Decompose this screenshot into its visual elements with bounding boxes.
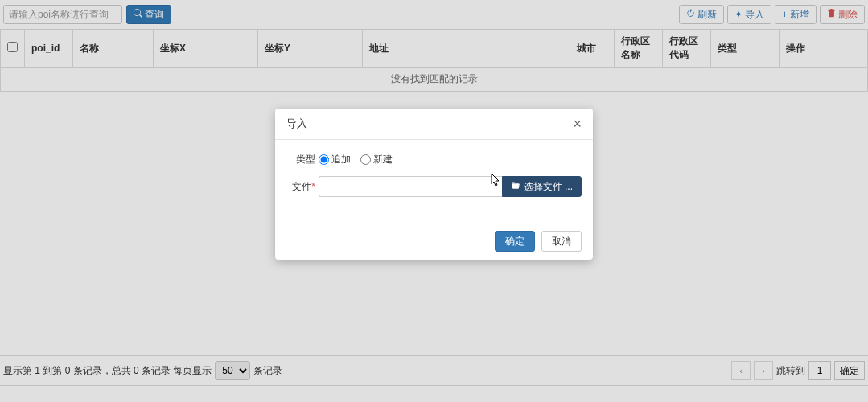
- import-modal: 导入 × 类型 追加 新建 文件*: [275, 109, 593, 260]
- type-row: 类型 追加 新建: [286, 153, 582, 166]
- choose-file-button[interactable]: 选择文件 ...: [502, 176, 582, 197]
- cancel-button[interactable]: 取消: [541, 231, 582, 252]
- radio-new[interactable]: 新建: [360, 153, 393, 166]
- modal-header: 导入 ×: [275, 109, 593, 140]
- modal-overlay: 导入 × 类型 追加 新建 文件*: [0, 0, 868, 402]
- file-row: 文件* 选择文件 ...: [286, 176, 582, 197]
- radio-append[interactable]: 追加: [319, 153, 351, 166]
- radio-new-input[interactable]: [360, 154, 371, 165]
- choose-file-label: 选择文件 ...: [524, 180, 573, 194]
- folder-open-icon: [511, 181, 520, 192]
- file-path-input[interactable]: [319, 176, 502, 197]
- modal-body: 类型 追加 新建 文件* 选择文件 ...: [275, 140, 593, 223]
- confirm-button[interactable]: 确定: [495, 231, 535, 252]
- close-icon[interactable]: ×: [573, 117, 582, 131]
- file-label: 文件*: [286, 180, 319, 194]
- type-label: 类型: [286, 153, 319, 166]
- modal-title: 导入: [286, 117, 307, 131]
- radio-append-label: 追加: [331, 153, 351, 166]
- radio-append-input[interactable]: [319, 154, 329, 165]
- modal-footer: 确定 取消: [275, 223, 593, 260]
- radio-new-label: 新建: [373, 153, 393, 166]
